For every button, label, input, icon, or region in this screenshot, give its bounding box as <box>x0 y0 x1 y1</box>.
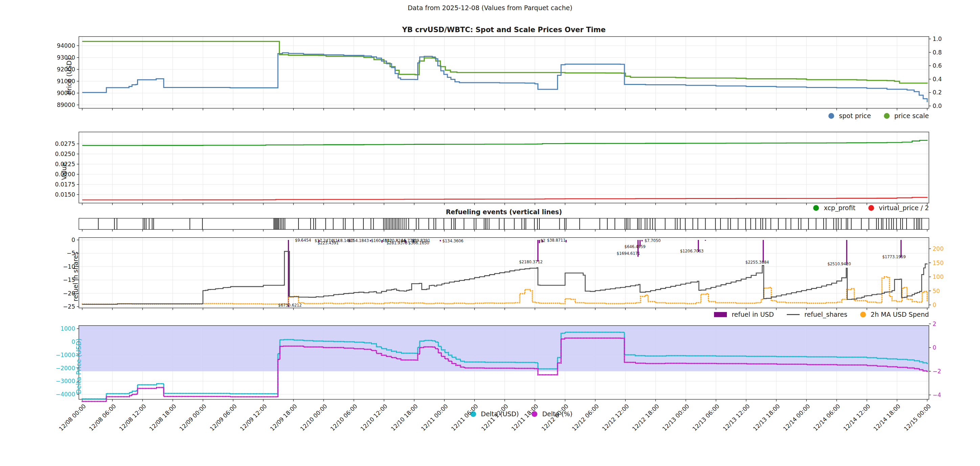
y-tick-label: 0.0175 <box>55 181 75 188</box>
plots-canvas: 9400093000920009100090000890001.00.80.60… <box>0 0 980 466</box>
legend-marker-xcp <box>813 205 819 211</box>
panel4-ylabel: refuel in shares <box>51 273 100 280</box>
legend-label: virtual_price / 2 <box>879 204 929 212</box>
panel1-ylabel: Price (USD) <box>51 72 87 80</box>
legend-label: 2h MA USD Spend <box>871 311 929 318</box>
y-tick-label: 0.8 <box>932 49 942 56</box>
refuel-annotation: $646.4959 <box>624 244 645 249</box>
legend-item: virtual_price / 2 <box>868 204 929 212</box>
panel-refuel-events <box>79 218 929 231</box>
panel5-ylabel-right: Delta Price Last to Scale (%) <box>963 363 980 370</box>
panel1-ylabel-right: Price % of Max <box>960 72 980 80</box>
refuel-annotation: $7.7050 <box>645 238 661 243</box>
y-tick-label: 0.0250 <box>55 151 75 157</box>
legend-item: spot price <box>829 112 871 119</box>
y-tick-label: 1000 <box>60 325 75 332</box>
y-tick-label: 1.0 <box>932 35 942 42</box>
legend-item: xcp_profit <box>813 204 855 212</box>
refuel-annotation: $9.5454 <box>295 238 311 243</box>
legend-label: refuel_shares <box>804 311 847 318</box>
refuel-annotation: $59.8391 <box>412 238 430 243</box>
legend-marker-spot <box>829 113 834 119</box>
legend-marker-refuel <box>714 312 727 317</box>
legend-label: xcp_profit <box>824 204 855 212</box>
refuel-annotation: $6730.6212 <box>278 303 302 308</box>
panel-value: 0.02750.02500.02250.02000.01750.0150 <box>55 132 929 205</box>
y-tick-label: 94000 <box>57 42 75 49</box>
panel5-ylabel: Delta Price (USD) <box>51 363 107 370</box>
refuel-annotation: $2 <box>541 238 546 243</box>
refuel-annotation: $1773.1959 <box>882 254 906 259</box>
refuel-annotation: $154.1843 <box>348 238 369 243</box>
legend-refueling: refuel in USDrefuel_shares2h MA USD Spen… <box>714 311 929 318</box>
y-tick-label: 0.0 <box>932 103 942 109</box>
legend-label: price scale <box>894 112 929 119</box>
legend-item: 2h MA USD Spend <box>860 311 929 318</box>
y-tick-label: 0 <box>932 302 936 308</box>
panel4-ylabel-right: 2h MA USD Spend <box>963 273 980 280</box>
y-tick-label: 0.2 <box>932 89 942 96</box>
legend-prices: spot priceprice scale <box>829 112 929 119</box>
panel-refueling: 0−5−10−15−20−25200150100500$6730.6212$9.… <box>63 237 943 310</box>
y-tick-label: −3000 <box>56 378 75 385</box>
legend-marker-shares <box>787 314 800 315</box>
y-tick-label: 100 <box>932 274 943 280</box>
y-tick-label: 0.6 <box>932 62 942 69</box>
legend-label: refuel in USD <box>732 311 774 318</box>
y-tick-label: 0.4 <box>932 76 942 83</box>
refuel-annotation: $134.3606 <box>442 239 463 243</box>
panel-delta: 10000−1000−2000−3000−400020−2−4 <box>56 320 941 401</box>
legend-marker-vp <box>868 205 874 211</box>
y-tick-label: −4000 <box>56 391 75 398</box>
refuel-annotation: $2255.3884 <box>746 260 769 265</box>
event-strip <box>79 218 929 229</box>
y-tick-label: 0.0275 <box>55 140 75 147</box>
y-tick-label: −25 <box>63 303 75 310</box>
refuel-annotation: $1694.6171 <box>617 251 640 256</box>
refuel-annotation: $2180.3712 <box>519 259 543 264</box>
y-tick-label: 200 <box>932 245 943 252</box>
y-tick-label: 150 <box>932 259 943 266</box>
legend-item: refuel in USD <box>714 311 774 318</box>
refuel-annotation: $2510.9420 <box>827 262 851 266</box>
y-tick-label: 89000 <box>57 102 75 108</box>
y-tick-label: 2 <box>932 320 936 327</box>
legend-item: refuel_shares <box>787 311 847 318</box>
refuel-annotation: $1206.7063 <box>680 249 704 253</box>
figure: Data from 2025-12-08 (Values from Parque… <box>0 0 980 466</box>
panel2-ylabel: Value <box>55 167 73 175</box>
y-tick-label: −4 <box>932 391 941 398</box>
y-tick-label: 0 <box>72 237 75 243</box>
y-tick-label: 0.0150 <box>55 191 75 198</box>
y-tick-label: −2 <box>932 368 941 375</box>
refuel-annotation: $38.8711 <box>547 238 565 243</box>
y-tick-label: 0 <box>932 344 936 351</box>
legend-item: price scale <box>884 112 929 119</box>
legend-value: xcp_profitvirtual_price / 2 <box>813 204 929 212</box>
legend-marker-spend <box>860 312 866 317</box>
legend-marker-scale <box>884 113 890 119</box>
legend-label: spot price <box>839 112 871 119</box>
panel-prices: 9400093000920009100090000890001.00.80.60… <box>57 35 942 110</box>
y-tick-label: 50 <box>932 288 940 294</box>
y-tick-label: −1000 <box>56 351 75 358</box>
